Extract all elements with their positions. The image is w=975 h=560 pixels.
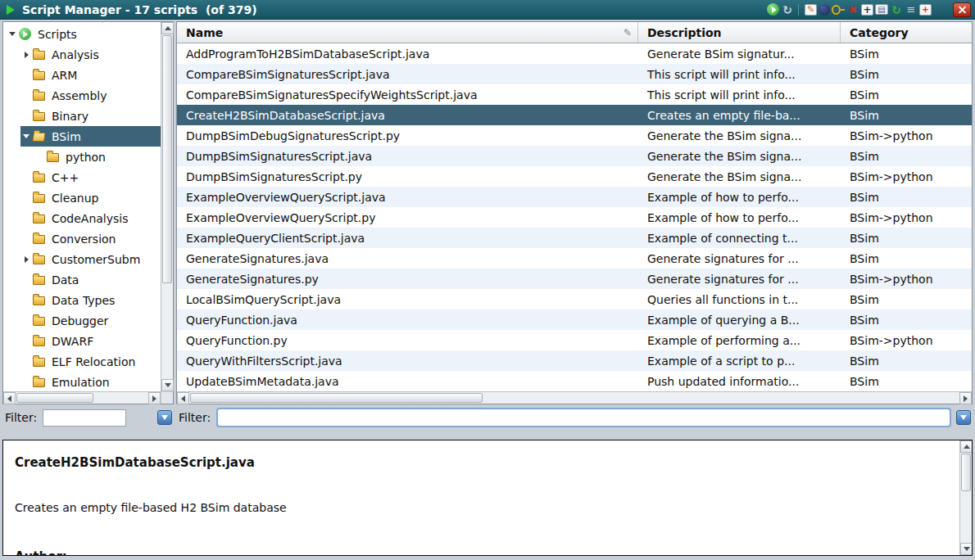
cell-category: BSim [841, 309, 972, 330]
scrollbar-thumb[interactable] [961, 454, 971, 491]
close-icon[interactable] [953, 2, 971, 17]
scrollbar-thumb[interactable] [162, 35, 172, 283]
titlebar-toolbar: ↻✎✖+▤↻≡+ [765, 3, 932, 16]
cell-name: QueryFunction.java [177, 309, 638, 330]
new-script-icon[interactable]: + [861, 4, 873, 16]
table-row[interactable]: UpdateBSimMetadata.javaPush updated info… [177, 371, 972, 391]
tree-item-elf-relocation[interactable]: ELF Relocation [3, 351, 161, 372]
collapse-icon[interactable] [20, 134, 32, 138]
tree-item-analysis[interactable]: Analysis [3, 44, 161, 65]
expand-icon[interactable] [20, 256, 32, 263]
tree-item-codeanalysis[interactable]: CodeAnalysis [3, 208, 161, 228]
column-header-category[interactable]: Category [841, 22, 972, 43]
tree-item-content: ARM [20, 65, 161, 85]
expand-icon[interactable] [20, 52, 32, 58]
scroll-left-icon[interactable] [177, 392, 189, 404]
filter-options-icon[interactable] [956, 410, 971, 425]
filter-options-icon[interactable] [157, 410, 172, 425]
run-script-icon[interactable] [767, 3, 779, 16]
table-row[interactable]: CompareBSimSignaturesScript.javaThis scr… [177, 64, 972, 84]
eclipse-icon[interactable] [819, 4, 830, 16]
column-header-description[interactable]: Description [638, 22, 841, 43]
table-row[interactable]: CreateH2BSimDatabaseScript.javaCreates a… [177, 105, 972, 125]
tree-item-data[interactable]: Data [3, 269, 161, 290]
run-last-script-icon[interactable]: ↻ [781, 3, 794, 16]
table-filter-input[interactable] [216, 408, 951, 427]
tree-filter-input[interactable] [43, 409, 126, 427]
horizontal-splitter[interactable] [0, 430, 975, 438]
scrollbar-track[interactable] [16, 392, 148, 404]
table-row[interactable]: CompareBSimSignaturesSpecifyWeightsScrip… [177, 84, 972, 105]
cell-description: This script will print info... [638, 64, 841, 84]
table-row[interactable]: QueryFunction.javaExample of querying a … [177, 309, 972, 330]
scroll-left-icon[interactable] [3, 392, 16, 404]
cell-name: QueryFunction.py [177, 330, 638, 350]
refresh-icon[interactable]: ↻ [890, 3, 903, 16]
tree-item-dwarf[interactable]: DWARF [3, 331, 161, 351]
tree-item-label: Analysis [48, 48, 103, 61]
tree-item-bsim[interactable]: BSim [3, 126, 161, 147]
scrollbar-track[interactable] [161, 34, 173, 379]
tree-item-content: C++ [20, 167, 161, 187]
keybinding-icon[interactable] [832, 3, 845, 16]
table-row[interactable]: AddProgramToH2BSimDatabaseScript.javaGen… [177, 43, 972, 64]
tree-item-label: ELF Relocation [48, 355, 139, 368]
collapse-icon[interactable] [7, 32, 18, 36]
cell-description: Generate signatures for ... [638, 269, 841, 289]
table-row[interactable]: ExampleOverviewQueryScript.javaExample o… [177, 187, 972, 207]
delete-script-icon[interactable]: ✖ [846, 3, 859, 16]
table-row[interactable]: DumpBSimSignaturesScript.pyGenerate the … [177, 166, 972, 187]
details-vertical-scrollbar[interactable] [959, 440, 972, 555]
tree-item-cleanup[interactable]: Cleanup [3, 187, 161, 208]
cell-description: Generate the BSim signa... [638, 125, 841, 146]
tree-item-scripts[interactable]: Scripts [3, 24, 161, 44]
table-row[interactable]: QueryFunction.pyExample of performing a.… [177, 330, 972, 350]
column-header-name[interactable]: Name [177, 22, 638, 43]
table-row[interactable]: ExampleQueryClientScript.javaExample of … [177, 228, 972, 248]
scrollbar-thumb[interactable] [16, 393, 93, 403]
cell-description: Example of connecting t... [638, 228, 841, 248]
folder-icon [33, 174, 45, 183]
tree-item-content: python [34, 147, 161, 167]
tree-horizontal-scrollbar[interactable] [3, 391, 161, 404]
table-row[interactable]: DumpBSimDebugSignaturesScript.pyGenerate… [177, 125, 972, 146]
scrollbar-track[interactable] [960, 453, 972, 543]
tree-item-emulation[interactable]: Emulation [3, 372, 161, 391]
tree-item-content: CodeAnalysis [20, 208, 161, 228]
scroll-right-icon[interactable] [148, 392, 161, 404]
tree-item-conversion[interactable]: Conversion [3, 228, 161, 249]
table-row[interactable]: DumpBSimSignaturesScript.javaGenerate th… [177, 146, 972, 166]
tree-item-label: BSim [48, 130, 85, 143]
tree-item-c[interactable]: C++ [3, 167, 161, 187]
bundle-list-icon[interactable]: ≡ [905, 3, 918, 16]
scroll-right-icon[interactable] [959, 392, 972, 404]
table-row[interactable]: ExampleOverviewQueryScript.pyExample of … [177, 207, 972, 228]
table-row[interactable]: GenerateSignatures.pyGenerate signatures… [177, 269, 972, 289]
cell-description: Example of performing a... [638, 330, 841, 350]
table-horizontal-scrollbar[interactable] [177, 391, 972, 404]
toolbar-separator [798, 4, 799, 16]
scrollbar-thumb[interactable] [190, 393, 483, 403]
tree-item-assembly[interactable]: Assembly [3, 85, 161, 106]
table-row[interactable]: QueryWithFiltersScript.javaExample of a … [177, 350, 972, 371]
table-row[interactable]: GenerateSignatures.javaGenerate signatur… [177, 248, 972, 269]
tree-item-arm[interactable]: ARM [3, 65, 161, 85]
cell-category: BSim [841, 84, 972, 105]
table-row[interactable]: LocalBSimQueryScript.javaQueries all fun… [177, 289, 972, 309]
scroll-up-icon[interactable] [161, 22, 174, 34]
tree-vertical-scrollbar[interactable] [161, 22, 173, 391]
script-directories-icon[interactable]: + [919, 4, 932, 16]
tree-item-customersubm[interactable]: CustomerSubm [3, 249, 161, 269]
tree-item-python[interactable]: python [3, 147, 161, 167]
tree-item-label: Scripts [34, 28, 81, 41]
scrollbar-track[interactable] [189, 392, 959, 404]
tree-item-binary[interactable]: Binary [3, 106, 161, 126]
cell-name: AddProgramToH2BSimDatabaseScript.java [177, 43, 638, 64]
scroll-down-icon[interactable] [161, 379, 174, 391]
tree-item-debugger[interactable]: Debugger [3, 310, 161, 331]
scroll-down-icon[interactable] [960, 543, 973, 555]
script-info-icon[interactable]: ▤ [875, 4, 888, 15]
tree-item-data-types[interactable]: Data Types [3, 290, 161, 310]
edit-script-icon[interactable]: ✎ [805, 4, 817, 16]
scroll-up-icon[interactable] [960, 440, 973, 453]
